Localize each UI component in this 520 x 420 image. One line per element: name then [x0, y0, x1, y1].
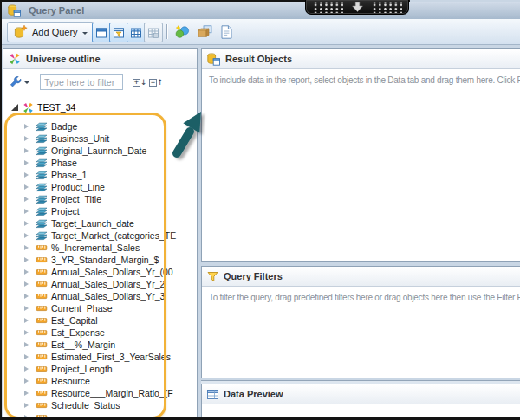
filter-pane-toggle-button[interactable] — [109, 23, 128, 42]
collapsed-triangle-icon[interactable] — [24, 184, 31, 190]
frame-border-left — [0, 0, 2, 420]
measure-icon — [36, 327, 48, 338]
tree-item[interactable]: Resource — [3, 375, 197, 387]
add-query-button[interactable]: Add Query — [7, 22, 94, 42]
tree-filter-input[interactable] — [40, 74, 123, 90]
collapsed-triangle-icon[interactable] — [24, 281, 31, 287]
tree-item[interactable]: Target_Launch_date — [3, 217, 197, 229]
tree-item[interactable]: Project_Title — [3, 193, 197, 205]
measure-icon — [36, 352, 48, 362]
collapsed-triangle-icon[interactable] — [24, 245, 31, 250]
collapsed-triangle-icon[interactable] — [24, 366, 31, 372]
result-pane-icon — [96, 28, 107, 38]
measure-icon — [36, 255, 48, 265]
result-objects-dropzone[interactable] — [202, 84, 520, 261]
collapsed-triangle-icon[interactable] — [24, 136, 31, 141]
collapsed-triangle-icon[interactable] — [24, 148, 31, 153]
tree-item[interactable] — [3, 411, 197, 417]
tree-item-label: Project_Title — [51, 194, 101, 204]
collapsed-triangle-icon[interactable] — [24, 378, 31, 384]
filter-funnel-icon — [207, 271, 218, 282]
collapsed-triangle-icon[interactable] — [24, 330, 31, 335]
tree-item-label: Schedule_Status — [51, 400, 120, 410]
combined-query-button[interactable] — [172, 23, 192, 40]
collapsed-triangle-icon[interactable] — [24, 197, 31, 202]
query-properties-button[interactable] — [195, 23, 214, 40]
tree-item-label: Badge — [51, 121, 77, 132]
collapsed-triangle-icon[interactable] — [24, 124, 31, 129]
collapsed-triangle-icon[interactable] — [24, 172, 31, 178]
tree-item[interactable]: Est_Capital — [3, 314, 197, 326]
tree-root-node[interactable]: TEST_34 — [3, 101, 197, 113]
collapsed-triangle-icon[interactable] — [24, 318, 31, 323]
result-objects-header: Result Objects — [202, 49, 520, 69]
collapsed-triangle-icon[interactable] — [24, 221, 31, 226]
tree-item[interactable]: Business_Unit — [3, 132, 197, 145]
expanded-triangle-icon[interactable] — [11, 104, 18, 111]
collapsed-triangle-icon[interactable] — [24, 391, 31, 396]
collapsed-triangle-icon[interactable] — [24, 306, 31, 311]
collapsed-triangle-icon[interactable] — [24, 403, 31, 408]
measure-icon — [36, 364, 48, 374]
tree-item-label: %_Incremental_Sales — [51, 242, 140, 253]
collapsed-triangle-icon[interactable] — [24, 354, 31, 359]
tree-item[interactable]: Annual_Sales_Dollars_Yr_(00 — [3, 266, 197, 278]
tree-item-label: Phase_1 — [51, 170, 87, 180]
dimension-icon — [36, 218, 48, 229]
tree-item[interactable]: Annual_Sales_Dollars_Yr_2 — [3, 278, 197, 290]
toolbar: Add Query — [2, 19, 520, 45]
tree-item-label: Original_Launnch_Date — [51, 145, 146, 156]
tree-item-label: Target_Market_(categories_TE — [51, 230, 176, 241]
tree-item[interactable]: Badge — [3, 120, 197, 132]
collapsed-triangle-icon[interactable] — [24, 294, 31, 299]
tree-item[interactable]: Original_Launnch_Date — [3, 145, 197, 157]
tree-item[interactable]: Target_Market_(categories_TE — [3, 229, 197, 242]
tree-item[interactable]: Product_Line — [3, 181, 197, 193]
tree-item[interactable]: Estimated_First_3_YearSales — [3, 351, 197, 363]
tree-item[interactable]: Est__%_Margin — [3, 339, 197, 351]
collapsed-triangle-icon[interactable] — [24, 342, 31, 347]
tree-item-label: Estimated_First_3_YearSales — [51, 352, 171, 362]
tree-item[interactable]: Phase_1 — [3, 169, 197, 181]
expand-all-button[interactable]: ↓ — [133, 77, 147, 88]
tree-item[interactable]: Phase — [3, 157, 197, 169]
query-panel-window: Query Panel Add Query — [0, 0, 520, 420]
collapsed-triangle-icon[interactable] — [24, 257, 31, 262]
query-filters-header: Query Filters — [202, 267, 520, 287]
universe-outline-panel: Universe outline ↓ ↑ TEST_34 Ba — [3, 48, 198, 417]
view-script-button[interactable] — [217, 23, 236, 40]
result-pane-toggle-button[interactable] — [92, 23, 111, 42]
collapsed-triangle-icon[interactable] — [24, 269, 31, 275]
measure-icon — [36, 291, 48, 301]
collapsed-triangle-icon[interactable] — [24, 415, 31, 417]
grid-icon — [131, 28, 141, 38]
outline-options-button[interactable] — [9, 74, 33, 92]
collapsed-triangle-icon[interactable] — [24, 160, 31, 165]
screen-capture-widget[interactable] — [305, 0, 409, 15]
measure-icon — [36, 339, 48, 350]
tree-item[interactable]: 3_YR_Standard_Margin_$ — [3, 254, 197, 266]
tree-item-label: Phase — [51, 158, 77, 168]
tree-item[interactable]: Annual_Sales_Dollars_Yr_3 — [3, 290, 197, 302]
tree-item-label: 3_YR_Standard_Margin_$ — [51, 255, 159, 265]
dimension-icon — [36, 206, 48, 216]
result-objects-icon — [207, 53, 220, 66]
tree-item[interactable]: Current_Phase — [3, 302, 197, 314]
query-filters-dropzone[interactable] — [202, 301, 520, 378]
collapse-all-button[interactable]: ↑ — [149, 77, 164, 88]
tree-item[interactable]: Project_Length — [3, 363, 197, 375]
tree-item[interactable]: Schedule_Status — [3, 399, 197, 411]
collapsed-triangle-icon[interactable] — [24, 209, 31, 214]
tree-item[interactable]: Resource___Margin_Ratio_(F — [3, 387, 197, 399]
data-preview-pane-toggle-button[interactable] — [127, 23, 146, 42]
tree-item[interactable]: %_Incremental_Sales — [3, 242, 197, 254]
tree-item-label: Est_Capital — [51, 315, 98, 326]
measure-icon — [36, 242, 48, 253]
collapsed-triangle-icon[interactable] — [24, 233, 31, 238]
tree-item[interactable]: Project__ — [3, 205, 197, 217]
freeze-pane-toggle-button[interactable] — [144, 23, 163, 42]
tree-item[interactable]: Est_Expense — [3, 326, 197, 339]
dimension-icon — [36, 170, 48, 180]
drag-dots-icon — [371, 2, 402, 13]
universe-outline-header: Universe outline — [3, 49, 197, 69]
